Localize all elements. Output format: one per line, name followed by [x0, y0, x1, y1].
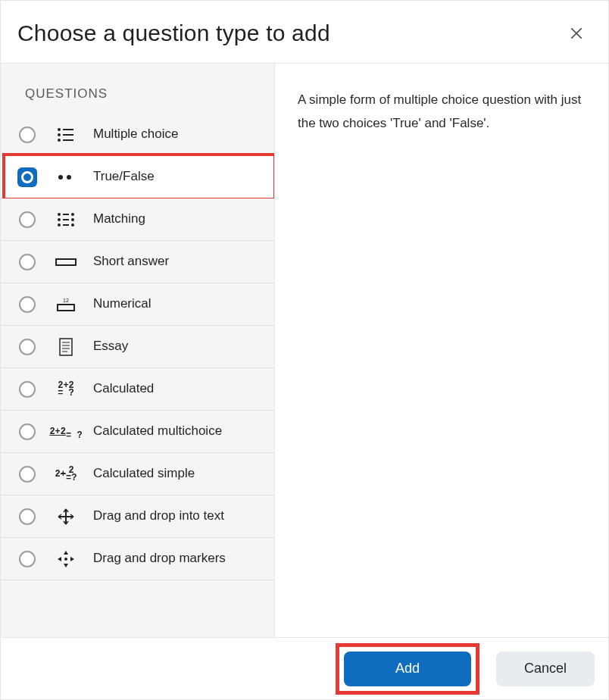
question-type-label: Drag and drop markers: [93, 550, 226, 567]
dialog-footer: Add Cancel: [1, 637, 608, 699]
essay-icon: [54, 338, 78, 356]
svg-rect-5: [63, 139, 73, 141]
question-type-label: Multiple choice: [93, 126, 178, 143]
multiple-choice-icon: [54, 126, 78, 144]
question-type-label: Matching: [93, 211, 145, 228]
svg-point-4: [58, 139, 61, 142]
close-button[interactable]: [566, 23, 587, 44]
question-type-item-true-false[interactable]: True/False: [1, 156, 274, 198]
svg-rect-3: [63, 134, 73, 136]
svg-point-25: [64, 558, 67, 561]
close-icon: [570, 27, 582, 40]
svg-rect-20: [60, 339, 72, 355]
question-type-label: Numerical: [93, 295, 151, 313]
svg-point-6: [58, 175, 63, 180]
svg-text:12: 12: [63, 298, 69, 303]
radio-unselected[interactable]: [19, 466, 36, 483]
question-type-label: Calculated simple: [93, 465, 195, 483]
svg-point-11: [58, 218, 61, 221]
svg-marker-27: [64, 564, 68, 567]
svg-rect-1: [63, 129, 73, 130]
matching-icon: [54, 211, 78, 229]
svg-point-13: [71, 218, 74, 221]
question-type-chooser-dialog: Choose a question type to add QUESTIONS …: [0, 0, 609, 700]
svg-point-8: [58, 213, 61, 216]
question-type-item-calculated[interactable]: 2+2= ? Calculated: [1, 368, 274, 411]
calculated-simple-icon: 2+2=?: [54, 465, 78, 483]
svg-marker-28: [58, 557, 61, 561]
question-type-label: Essay: [93, 338, 128, 355]
calculated-icon: 2+2= ?: [54, 380, 78, 398]
svg-rect-17: [56, 259, 76, 265]
dialog-body: QUESTIONS Multiple choice: [1, 64, 608, 637]
question-type-item-essay[interactable]: Essay: [1, 326, 274, 368]
svg-rect-15: [63, 224, 69, 226]
description-text: A simple form of multiple choice questio…: [298, 88, 586, 136]
question-type-label: Short answer: [93, 253, 169, 270]
dialog-header: Choose a question type to add: [1, 1, 608, 64]
svg-rect-12: [63, 219, 69, 220]
dnd-text-icon: [54, 508, 78, 526]
question-type-item-matching[interactable]: Matching: [1, 198, 274, 241]
question-type-label: Calculated: [93, 380, 154, 398]
question-type-item-numerical[interactable]: 12 Numerical: [1, 283, 274, 326]
question-type-label: Calculated multichoice: [93, 423, 222, 440]
svg-point-16: [71, 223, 74, 227]
description-panel: A simple form of multiple choice questio…: [274, 64, 608, 637]
radio-unselected[interactable]: [19, 127, 36, 143]
short-answer-icon: [54, 253, 78, 271]
section-label: QUESTIONS: [1, 80, 274, 114]
svg-point-7: [67, 175, 71, 180]
radio-unselected[interactable]: [19, 423, 36, 440]
dnd-markers-icon: [54, 550, 78, 568]
svg-rect-9: [63, 214, 69, 215]
question-type-item-short-answer[interactable]: Short answer: [1, 241, 274, 283]
dialog-title: Choose a question type to add: [17, 20, 330, 46]
question-type-item-calculated-multichoice[interactable]: 2+2= ? Calculated multichoice: [1, 411, 274, 453]
question-type-label: Drag and drop into text: [93, 508, 224, 525]
radio-unselected[interactable]: [19, 211, 36, 228]
radio-selected[interactable]: [17, 167, 37, 187]
numerical-icon: 12: [54, 295, 78, 314]
svg-rect-19: [58, 305, 74, 311]
radio-unselected[interactable]: [19, 508, 36, 525]
svg-point-10: [71, 213, 74, 216]
svg-marker-29: [70, 557, 74, 561]
radio-unselected[interactable]: [19, 296, 36, 313]
question-type-list[interactable]: QUESTIONS Multiple choice: [1, 64, 274, 637]
svg-marker-26: [64, 551, 68, 555]
true-false-icon: [54, 168, 78, 186]
question-type-label: True/False: [93, 168, 155, 186]
svg-point-14: [58, 223, 61, 227]
radio-unselected[interactable]: [19, 339, 36, 355]
svg-point-0: [58, 128, 61, 131]
radio-unselected[interactable]: [19, 381, 36, 398]
question-type-item-dnd-text[interactable]: Drag and drop into text: [1, 495, 274, 538]
calculated-multichoice-icon: 2+2= ?: [54, 423, 78, 441]
question-type-item-calculated-simple[interactable]: 2+2=? Calculated simple: [1, 453, 274, 495]
radio-unselected[interactable]: [19, 551, 36, 567]
add-button[interactable]: Add: [344, 652, 471, 686]
radio-unselected[interactable]: [19, 254, 36, 270]
question-type-item-dnd-markers[interactable]: Drag and drop markers: [1, 538, 274, 580]
cancel-button[interactable]: Cancel: [496, 652, 595, 686]
question-type-item-multiple-choice[interactable]: Multiple choice: [1, 114, 274, 156]
svg-point-2: [58, 133, 61, 136]
annotation-highlight-icon: Add: [336, 643, 479, 695]
